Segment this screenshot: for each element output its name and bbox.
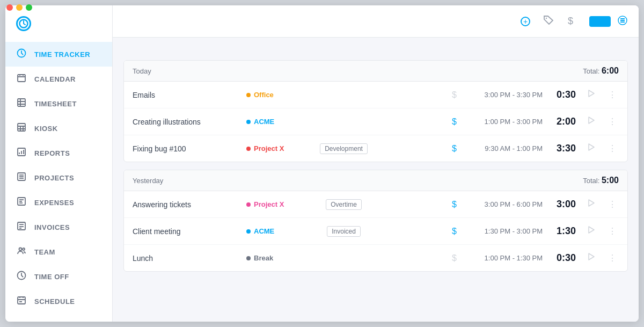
start-button[interactable]: [589, 16, 611, 27]
project-name-0-2: Project X: [254, 144, 284, 152]
billable-icon-0-2[interactable]: $: [448, 144, 461, 154]
svg-marker-47: [589, 200, 594, 206]
svg-marker-44: [589, 90, 594, 97]
sidebar-item-label-calendar: CALENDAR: [34, 75, 76, 83]
entry-name-1-0: Answering tickets: [133, 200, 240, 209]
project-dot-1-1: [246, 229, 251, 234]
main-content: + $: [113, 5, 639, 322]
time-off-icon: [16, 271, 27, 282]
sidebar-item-reports[interactable]: REPORTS: [5, 141, 112, 165]
billable-icon-1-1[interactable]: $: [448, 227, 461, 236]
entry-duration-1-1: 1:30: [549, 226, 576, 237]
table-row: Emails Office $ 3:00 PM - 3:30 PM 0:30 ⋮: [124, 82, 627, 108]
tag-button[interactable]: [540, 14, 558, 28]
sidebar-item-label-projects: PROJECTS: [34, 174, 74, 182]
sidebar-item-projects[interactable]: PROJECTS: [5, 165, 112, 190]
sidebar-item-calendar[interactable]: CALENDAR: [5, 67, 112, 91]
more-button-0-0[interactable]: ⋮: [606, 89, 619, 101]
entry-duration-0-2: 3:30: [549, 143, 576, 154]
sidebar-item-expenses[interactable]: EXPENSES: [5, 190, 112, 215]
sidebar-item-timesheet[interactable]: TIMESHEET: [5, 91, 112, 116]
sidebar-item-label-expenses: EXPENSES: [34, 199, 74, 207]
logo-area: [5, 10, 112, 42]
sidebar-item-label-schedule: SCHEDULE: [34, 297, 75, 306]
projects-icon: [16, 172, 27, 184]
week-total: [626, 45, 628, 55]
billable-button[interactable]: $: [565, 14, 576, 28]
play-button-1-0[interactable]: [582, 198, 599, 211]
add-project-icon: +: [521, 17, 530, 26]
sidebar: TIME TRACKER CALENDAR TIMESHEET KIOSK RE…: [5, 5, 113, 322]
team-icon: [16, 246, 27, 258]
schedule-icon: [16, 295, 27, 307]
day-label-0: Today: [133, 67, 151, 75]
sidebar-item-schedule[interactable]: SCHEDULE: [5, 289, 112, 314]
add-project-button[interactable]: +: [521, 17, 533, 26]
entry-time-range-1-2: 1:00 PM - 1:30 PM: [467, 254, 543, 262]
more-button-0-2[interactable]: ⋮: [606, 142, 619, 155]
more-button-1-1[interactable]: ⋮: [606, 225, 619, 237]
window-maximize[interactable]: [26, 4, 32, 11]
reports-icon: [16, 147, 27, 159]
list-view-button[interactable]: [617, 16, 628, 27]
play-button-1-1[interactable]: [582, 224, 599, 238]
sidebar-item-time-tracker[interactable]: TIME TRACKER: [5, 42, 112, 67]
play-button-0-0[interactable]: [582, 88, 599, 101]
nav-list: TIME TRACKER CALENDAR TIMESHEET KIOSK RE…: [5, 42, 112, 314]
day-label-1: Yesterday: [133, 177, 163, 185]
entry-project-1-2: Break: [246, 254, 341, 262]
more-button-0-1[interactable]: ⋮: [606, 115, 619, 128]
sidebar-item-time-off[interactable]: TIME OFF: [5, 264, 112, 289]
task-input[interactable]: [123, 17, 514, 26]
entry-project-0-0: Office: [246, 91, 341, 99]
play-button-1-2[interactable]: [582, 251, 599, 265]
billable-icon-1-2[interactable]: $: [448, 253, 461, 263]
project-dot-0-0: [246, 93, 251, 97]
project-dot-1-0: [246, 202, 251, 207]
svg-marker-45: [589, 117, 594, 123]
entry-name-0-2: Fixing bug #100: [133, 144, 240, 153]
entry-project-0-1: ACME: [246, 118, 341, 126]
entry-name-0-0: Emails: [133, 91, 240, 99]
project-name-1-0: Project X: [254, 200, 284, 208]
table-row: Answering tickets Project X Overtime $ 3…: [124, 191, 627, 218]
sidebar-item-team[interactable]: TEAM: [5, 239, 112, 264]
entry-time-range-0-2: 9:30 AM - 1:00 PM: [467, 144, 543, 152]
sidebar-item-label-invoices: INVOICES: [34, 223, 70, 231]
more-button-1-2[interactable]: ⋮: [606, 252, 619, 264]
sidebar-item-invoices[interactable]: INVOICES: [5, 215, 112, 239]
svg-point-39: [546, 18, 547, 19]
entry-duration-1-2: 0:30: [549, 252, 576, 264]
entry-tag-1-0: Overtime: [326, 199, 362, 210]
day-header-0: Today Total: 6:00: [124, 61, 627, 82]
invoices-icon: [16, 221, 27, 233]
week-header: [123, 38, 628, 60]
billable-icon-1-0[interactable]: $: [448, 200, 461, 209]
day-total-0: Total: 6:00: [583, 66, 619, 76]
kiosk-icon: [16, 122, 27, 134]
entry-name-1-2: Lunch: [133, 254, 240, 263]
billable-icon-0-0[interactable]: $: [448, 90, 461, 100]
table-row: Client meeting ACME Invoiced $ 1:30 PM -…: [124, 218, 627, 245]
entry-time-range-1-0: 3:00 PM - 6:00 PM: [467, 200, 543, 208]
sidebar-item-kiosk[interactable]: KIOSK: [5, 116, 112, 141]
entry-project-1-1: ACME: [246, 227, 320, 235]
sidebar-item-label-reports: REPORTS: [34, 149, 70, 157]
sidebar-item-label-time-off: TIME OFF: [34, 273, 69, 281]
sidebar-item-label-team: TEAM: [34, 248, 55, 256]
svg-rect-34: [18, 297, 25, 304]
window-close[interactable]: [6, 4, 13, 11]
entry-time-range-1-1: 1:30 PM - 3:00 PM: [467, 227, 543, 235]
svg-rect-2: [18, 75, 25, 82]
entry-name-0-1: Creating illustrations: [133, 118, 240, 126]
more-button-1-0[interactable]: ⋮: [606, 198, 619, 210]
project-name-1-2: Break: [254, 254, 273, 262]
billable-icon-0-1[interactable]: $: [448, 117, 461, 127]
play-button-0-1[interactable]: [582, 115, 599, 128]
play-button-0-2[interactable]: [582, 142, 599, 155]
svg-marker-46: [589, 144, 594, 150]
svg-marker-48: [589, 227, 594, 233]
window-minimize[interactable]: [16, 4, 23, 11]
table-row: Lunch Break $ 1:00 PM - 1:30 PM 0:30 ⋮: [124, 245, 627, 271]
sidebar-item-label-time-tracker: TIME TRACKER: [34, 50, 90, 59]
